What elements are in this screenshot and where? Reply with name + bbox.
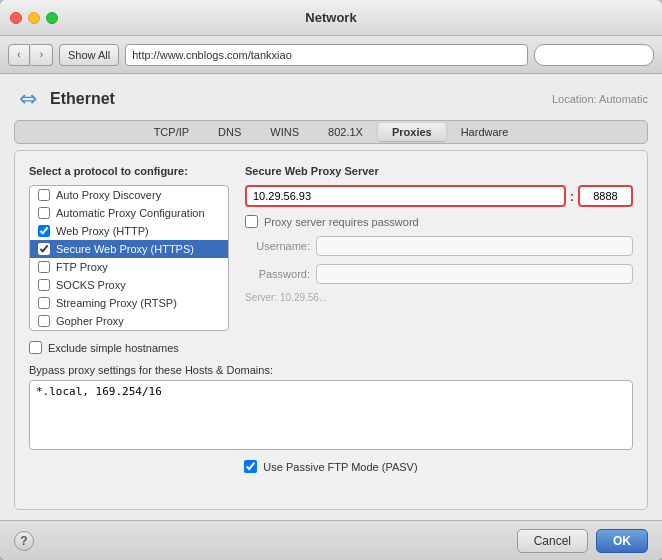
protocol-checkbox-auto-config[interactable] xyxy=(38,207,50,219)
pasv-label: Use Passive FTP Mode (PASV) xyxy=(263,461,417,473)
nav-buttons: ‹ › xyxy=(8,44,53,66)
protocol-item-auto-proxy[interactable]: Auto Proxy Discovery xyxy=(30,186,228,204)
protocol-item-secure-proxy[interactable]: Secure Web Proxy (HTTPS) xyxy=(30,240,228,258)
protocol-checkbox-auto-proxy[interactable] xyxy=(38,189,50,201)
network-name: Ethernet xyxy=(50,90,115,108)
protocol-item-ftp-proxy[interactable]: FTP Proxy xyxy=(30,258,228,276)
bypass-label: Bypass proxy settings for these Hosts & … xyxy=(29,364,633,376)
footer-actions: Cancel OK xyxy=(517,529,648,553)
tab-tcpip[interactable]: TCP/IP xyxy=(140,123,203,141)
server-port-input[interactable] xyxy=(578,185,633,207)
pasv-checkbox[interactable] xyxy=(244,460,257,473)
bypass-textarea[interactable] xyxy=(29,380,633,450)
protocol-name-socks-proxy: SOCKS Proxy xyxy=(56,279,126,291)
protocol-checkbox-secure-proxy[interactable] xyxy=(38,243,50,255)
window-title: Network xyxy=(305,10,356,25)
protocol-item-gopher[interactable]: Gopher Proxy xyxy=(30,312,228,330)
protocol-name-secure-proxy: Secure Web Proxy (HTTPS) xyxy=(56,243,194,255)
url-input[interactable] xyxy=(125,44,528,66)
protocol-name-web-proxy: Web Proxy (HTTP) xyxy=(56,225,149,237)
back-button[interactable]: ‹ xyxy=(8,44,30,66)
protocol-item-socks-proxy[interactable]: SOCKS Proxy xyxy=(30,276,228,294)
bypass-section: Bypass proxy settings for these Hosts & … xyxy=(29,364,633,450)
tab-bar: TCP/IPDNSWINS802.1XProxiesHardware xyxy=(14,120,648,144)
protocol-list: Auto Proxy DiscoveryAutomatic Proxy Conf… xyxy=(29,185,229,331)
ok-button[interactable]: OK xyxy=(596,529,648,553)
ethernet-icon: ⇔ xyxy=(14,88,42,110)
content-area: ⇔ Ethernet Location: Automatic TCP/IPDNS… xyxy=(0,74,662,520)
server-section-label: Secure Web Proxy Server xyxy=(245,165,633,177)
tab-wins[interactable]: WINS xyxy=(256,123,313,141)
forward-button[interactable]: › xyxy=(31,44,53,66)
protocol-label: Select a protocol to configure: xyxy=(29,165,229,177)
server-ip-input[interactable] xyxy=(245,185,566,207)
protocol-checkbox-streaming[interactable] xyxy=(38,297,50,309)
pw-requires-checkbox[interactable] xyxy=(245,215,258,228)
server-section: Secure Web Proxy Server : Proxy server r… xyxy=(245,165,633,331)
protocol-item-auto-config[interactable]: Automatic Proxy Configuration xyxy=(30,204,228,222)
breadcrumb: Location: Automatic xyxy=(552,93,648,105)
password-checkbox-row: Proxy server requires password xyxy=(245,215,633,228)
protocol-name-auto-config: Automatic Proxy Configuration xyxy=(56,207,205,219)
protocol-checkbox-web-proxy[interactable] xyxy=(38,225,50,237)
exclude-label: Exclude simple hostnames xyxy=(48,342,179,354)
protocol-checkbox-ftp-proxy[interactable] xyxy=(38,261,50,273)
cancel-button[interactable]: Cancel xyxy=(517,529,588,553)
close-button[interactable] xyxy=(10,12,22,24)
titlebar: Network xyxy=(0,0,662,36)
pasv-row: Use Passive FTP Mode (PASV) xyxy=(29,460,633,473)
server-row: : xyxy=(245,185,633,207)
traffic-lights xyxy=(0,12,58,24)
maximize-button[interactable] xyxy=(46,12,58,24)
exclude-row: Exclude simple hostnames xyxy=(29,341,633,354)
port-colon: : xyxy=(570,189,574,204)
tab-proxies[interactable]: Proxies xyxy=(378,123,446,141)
username-label: Username: xyxy=(245,240,310,252)
username-row: Username: xyxy=(245,236,633,256)
proxy-panel: Select a protocol to configure: Auto Pro… xyxy=(14,150,648,510)
window: Network ‹ › Show All ⇔ Ethernet Location… xyxy=(0,0,662,560)
tab-8021x[interactable]: 802.1X xyxy=(314,123,377,141)
password-label: Password: xyxy=(245,268,310,280)
protocol-name-streaming: Streaming Proxy (RTSP) xyxy=(56,297,177,309)
pw-requires-label: Proxy server requires password xyxy=(264,216,419,228)
protocol-item-web-proxy[interactable]: Web Proxy (HTTP) xyxy=(30,222,228,240)
tab-dns[interactable]: DNS xyxy=(204,123,255,141)
minimize-button[interactable] xyxy=(28,12,40,24)
protocol-section: Select a protocol to configure: Auto Pro… xyxy=(29,165,229,331)
help-button[interactable]: ? xyxy=(14,531,34,551)
protocol-checkbox-socks-proxy[interactable] xyxy=(38,279,50,291)
password-row: Password: xyxy=(245,264,633,284)
panel-top-row: Select a protocol to configure: Auto Pro… xyxy=(29,165,633,331)
exclude-checkbox[interactable] xyxy=(29,341,42,354)
protocol-name-gopher: Gopher Proxy xyxy=(56,315,124,327)
tab-hardware[interactable]: Hardware xyxy=(447,123,523,141)
password-input[interactable] xyxy=(316,264,633,284)
protocol-checkbox-gopher[interactable] xyxy=(38,315,50,327)
network-header: ⇔ Ethernet Location: Automatic xyxy=(14,84,648,114)
search-input[interactable] xyxy=(534,44,654,66)
show-all-button[interactable]: Show All xyxy=(59,44,119,66)
toolbar: ‹ › Show All xyxy=(0,36,662,74)
username-input[interactable] xyxy=(316,236,633,256)
footer: ? Cancel OK xyxy=(0,520,662,560)
protocol-name-ftp-proxy: FTP Proxy xyxy=(56,261,108,273)
ghost-row: Server: 10.29.56... xyxy=(245,292,633,303)
protocol-name-auto-proxy: Auto Proxy Discovery xyxy=(56,189,161,201)
protocol-item-streaming[interactable]: Streaming Proxy (RTSP) xyxy=(30,294,228,312)
